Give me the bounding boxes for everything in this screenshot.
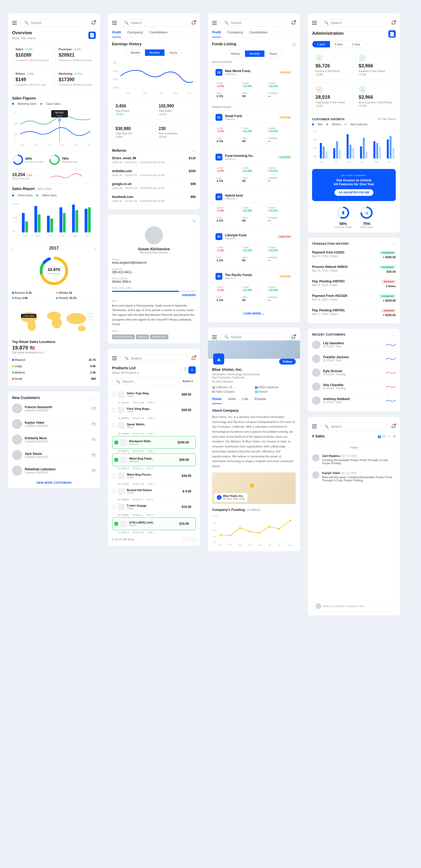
product-row[interactable]: Backpack Ridd..Marka ID$250.00⋯: [112, 436, 196, 449]
load-more-button[interactable]: LOAD MORE ⌄: [212, 309, 296, 318]
unlimited-button[interactable]: GO UNLIMITED FOR $99: [334, 189, 374, 196]
mail-icon[interactable]: [92, 468, 96, 473]
more-icon[interactable]: ⋯: [393, 471, 396, 475]
checkbox[interactable]: [112, 424, 116, 427]
tab-home[interactable]: Home: [212, 397, 222, 404]
fund-card[interactable]: 03Hybrid fundIndustries ⌄1 year-1.5%3 ye…: [212, 190, 296, 227]
recent-customer-row[interactable]: Franklin JacksonID #3124 · Paid: [312, 352, 396, 366]
filter-dropdown[interactable]: Show: This Year ▾: [12, 37, 35, 40]
prev-page-button[interactable]: ‹: [184, 537, 189, 541]
mail-icon[interactable]: [92, 422, 96, 426]
checkbox[interactable]: [112, 393, 116, 396]
bell-icon[interactable]: [291, 335, 296, 340]
search-input[interactable]: 🔍 Search: [121, 19, 187, 27]
menu-icon[interactable]: [212, 335, 217, 339]
transaction-row[interactable]: Process Refund #00910Mar 21, 2019, 3:30p…: [312, 261, 396, 276]
product-search-input[interactable]: 🔍 Search...: [112, 378, 177, 385]
mail-icon[interactable]: [92, 453, 96, 457]
members-count[interactable]: 👥 15: [378, 435, 385, 438]
fund-card[interactable]: 05The Pacific FundsIndustries ⌄Mid Risk1…: [212, 270, 296, 306]
transaction-row[interactable]: Pay. Pending #087651Mar 21, 2019, 3:30pm…: [312, 305, 396, 319]
customer-row[interactable]: Rebekkah LafantanoCustomer ID#00222: [12, 463, 96, 478]
customer-row[interactable]: Jack SauseCustomer ID#00222: [12, 447, 96, 463]
more-icon[interactable]: ⋯: [391, 333, 396, 338]
tab-candidates[interactable]: Candidates: [249, 30, 268, 37]
more-icon[interactable]: ⋯: [92, 396, 96, 401]
fund-card[interactable]: 02Fund Investing for..Industries ⌄Low Ri…: [212, 150, 296, 187]
filter-icon[interactable]: ▽: [293, 42, 296, 47]
mail-icon[interactable]: [92, 406, 96, 410]
checkbox[interactable]: [112, 490, 116, 493]
search-input[interactable]: 🔍 Search: [221, 19, 287, 27]
menu-icon[interactable]: [312, 21, 317, 25]
recent-customer-row[interactable]: Lily SaundersID #3124 · Paid: [312, 338, 396, 352]
star-icon[interactable]: ☆: [388, 435, 390, 438]
referrer-row[interactable]: dribbble.com$200VIEW 56SALES 75CONVERTIO…: [112, 166, 196, 180]
period-weekly[interactable]: Weekly: [126, 50, 145, 56]
tab-candidates[interactable]: Candidates: [149, 30, 168, 37]
tab-company[interactable]: Company: [227, 30, 243, 37]
gear-icon[interactable]: ⚙: [393, 435, 396, 438]
product-row[interactable]: Waist Bog Flash..Marka ID$49.00⋯: [112, 454, 196, 466]
tab-company[interactable]: Company: [127, 30, 143, 37]
period-3y[interactable]: 3 year: [330, 41, 348, 48]
growth-period-dropdown[interactable]: In This Year ▾: [378, 117, 396, 121]
company-map[interactable]: ⟁Blue Vision, Inc.34 New York, USA: [212, 472, 296, 504]
fund-card[interactable]: 32New World Fund..Industries ⌄Mid Risk1 …: [212, 65, 296, 102]
product-row[interactable]: Waist Bog Pocerr..Uniqlo$39.00⋯: [112, 470, 196, 482]
period-monthly[interactable]: Monthly: [245, 51, 265, 57]
customer-row[interactable]: Kimberly MuroCustomer ID#00222: [12, 432, 96, 447]
menu-icon[interactable]: [112, 21, 117, 25]
comment-input[interactable]: Add a comment or upload a file...: [323, 604, 392, 608]
add-product-button[interactable]: +: [188, 366, 196, 374]
bell-icon[interactable]: [391, 21, 396, 25]
more-icon[interactable]: ⋯: [192, 149, 196, 154]
view-more-customers-button[interactable]: VIEW MORE CUSTOMERS: [12, 482, 96, 484]
filter-icon[interactable]: ▽: [184, 366, 187, 374]
bell-icon[interactable]: [91, 21, 96, 25]
customer-row[interactable]: Francis HolzworthCustomer ID#00222: [12, 401, 96, 416]
transaction-row[interactable]: Payment From #023328Mar 21, 2019, 3:30pm…: [312, 290, 396, 305]
search-input[interactable]: 🔍 Search: [321, 423, 387, 430]
checkbox[interactable]: [115, 441, 118, 444]
bell-icon[interactable]: [391, 424, 396, 429]
period-1y[interactable]: 1 year: [312, 41, 330, 48]
checkbox[interactable]: [115, 458, 118, 462]
tab-profit[interactable]: Profit: [112, 30, 121, 37]
search-input[interactable]: 🔍 Search: [321, 19, 387, 27]
edit-icon[interactable]: ✎: [112, 219, 196, 224]
search-input[interactable]: 🔍 Search: [221, 333, 287, 341]
checkbox[interactable]: [112, 474, 116, 478]
more-icon[interactable]: ⋯: [393, 454, 396, 458]
bell-icon[interactable]: [291, 21, 296, 25]
next-page-button[interactable]: ›: [190, 537, 196, 541]
product-row[interactable]: Flick Sling Bags..Visval$59.00⋯: [112, 404, 196, 416]
search-input[interactable]: 🔍 Search: [21, 19, 87, 27]
product-row[interactable]: Bucket Hat NotionDSVN$ 9.00⋯: [112, 485, 196, 498]
action-dropdown[interactable]: Action ▾: [180, 378, 196, 385]
product-row[interactable]: Spear Wallet..DSVN⋯: [112, 420, 196, 432]
product-row[interactable]: T-shirt VoyageUniqlo$10.00⋯: [112, 501, 196, 513]
menu-icon[interactable]: [112, 356, 117, 360]
more-icon[interactable]: ⋯: [391, 242, 396, 247]
next-year-button[interactable]: ›: [94, 246, 96, 251]
search-input[interactable]: 🔍 Search: [121, 354, 187, 362]
follow-button[interactable]: Follow: [279, 359, 296, 365]
tab-profit[interactable]: Profit: [212, 30, 221, 37]
referrer-row[interactable]: Direct, email, IM$110VIEW 34SALES 34CONV…: [112, 154, 196, 166]
transaction-row[interactable]: Payment from #10321Mar 21, 2019, 3:30pmC…: [312, 247, 396, 261]
fund-card[interactable]: 04Lifestyle FundIndustries ⌄High Risk1 y…: [212, 230, 296, 266]
export-button[interactable]: 📄: [388, 30, 396, 38]
bell-icon[interactable]: [191, 21, 196, 25]
period-yearly[interactable]: Yearly: [264, 51, 282, 57]
menu-icon[interactable]: [312, 425, 317, 428]
mail-icon[interactable]: [92, 437, 96, 442]
tab-people[interactable]: People: [255, 397, 266, 404]
checkbox[interactable]: [112, 505, 116, 509]
product-row[interactable]: Salvo Toge Bag..Uniqlo$89.00⋯: [112, 389, 196, 401]
period-weekly[interactable]: Weekly: [226, 51, 245, 57]
bell-icon[interactable]: [191, 356, 196, 361]
product-row[interactable]: [COLLABS] Limit..Visval$15.00⋯: [112, 518, 196, 530]
menu-icon[interactable]: [212, 21, 217, 25]
export-button[interactable]: 📄: [88, 32, 96, 39]
